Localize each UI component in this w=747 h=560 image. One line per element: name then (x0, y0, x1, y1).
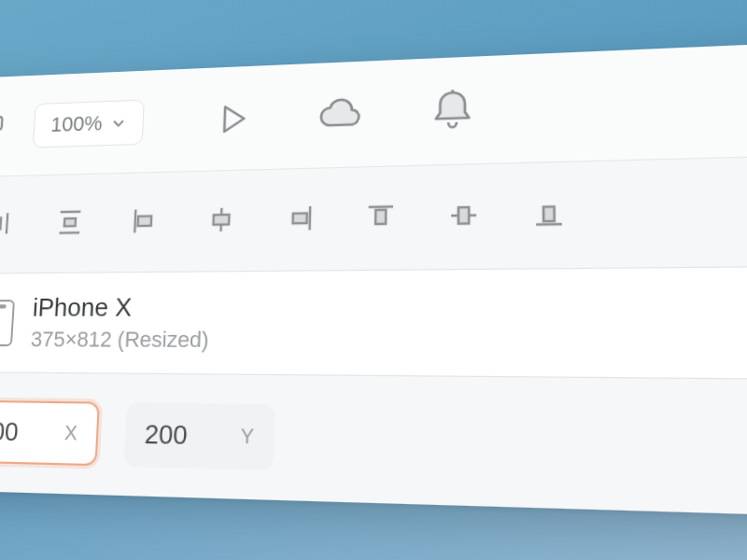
align-right-icon[interactable] (279, 198, 320, 238)
align-top-icon[interactable] (360, 196, 402, 237)
align-left-icon[interactable] (125, 202, 164, 241)
bell-icon[interactable] (425, 84, 481, 139)
x-input[interactable]: 100 X (0, 400, 100, 467)
frame-info: iPhone X 375×812 (Resized) (30, 292, 210, 354)
properties-panel: 100% (0, 41, 747, 518)
y-label: Y (240, 425, 254, 449)
svg-rect-12 (213, 215, 229, 225)
distribute-horizontal-icon[interactable] (0, 204, 17, 243)
frame-dimensions: 375×812 (Resized) (30, 327, 209, 353)
svg-rect-16 (375, 210, 386, 224)
svg-line-4 (7, 213, 7, 233)
zoom-select[interactable]: 100% (33, 100, 145, 148)
y-value: 200 (144, 419, 188, 452)
frame-name: iPhone X (32, 292, 210, 323)
svg-rect-8 (64, 218, 76, 226)
svg-rect-1 (0, 117, 3, 130)
x-label: X (63, 422, 78, 445)
svg-rect-14 (293, 213, 307, 223)
device-phone-icon (0, 300, 15, 346)
chevron-down-icon (111, 115, 127, 131)
svg-rect-10 (138, 216, 152, 226)
align-bottom-icon[interactable] (528, 193, 571, 235)
align-center-v-icon[interactable] (443, 195, 485, 236)
x-value: 100 (0, 416, 19, 448)
svg-rect-5 (0, 217, 1, 229)
position-fields: 100 X 200 Y (0, 372, 747, 518)
zoom-value: 100% (50, 111, 103, 137)
svg-line-9 (134, 210, 135, 233)
svg-rect-18 (458, 207, 469, 224)
distribute-vertical-icon[interactable] (50, 203, 90, 242)
svg-line-13 (310, 206, 311, 231)
align-center-h-icon[interactable] (201, 200, 241, 240)
y-input[interactable]: 200 Y (123, 402, 275, 470)
svg-rect-20 (543, 206, 555, 221)
cloud-icon[interactable] (314, 88, 369, 142)
components-icon[interactable] (0, 109, 10, 146)
top-toolbar: 100% (0, 41, 747, 179)
play-icon[interactable] (207, 92, 261, 146)
frame-preset-selector[interactable]: iPhone X 375×812 (Resized) (0, 266, 747, 380)
